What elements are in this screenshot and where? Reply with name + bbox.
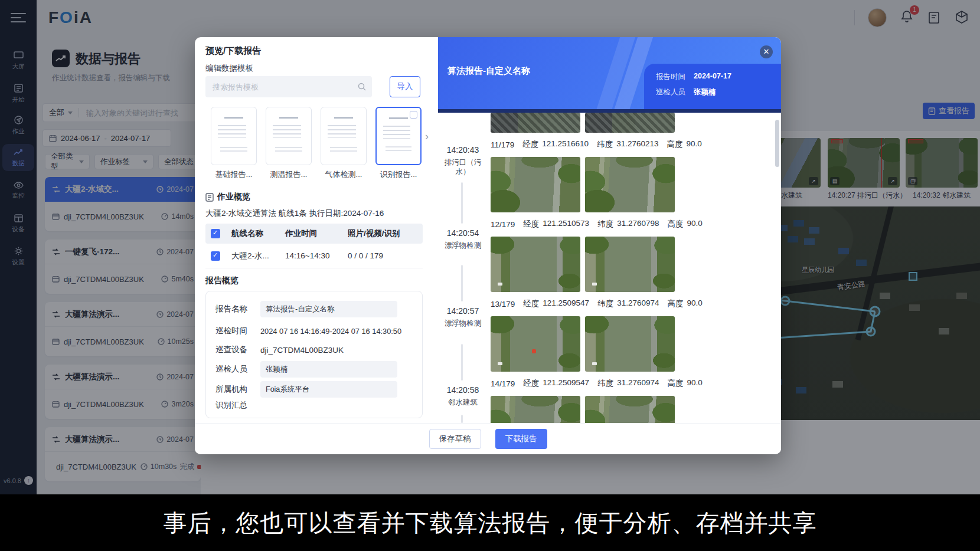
field-recognition-summary: 识别汇总 bbox=[215, 400, 260, 411]
route-table-row[interactable]: 大疆2-水... 14:16~14:30 0 / 0 / 179 bbox=[205, 244, 423, 268]
timeline-entry: 14:20:54 漂浮物检测 bbox=[438, 228, 488, 250]
inspect-time-value: 2024 07 16 14:16:49-2024 07 16 14:30:50 bbox=[260, 327, 401, 336]
timeline-entry: 14:20:58 邻水建筑 bbox=[438, 385, 488, 407]
field-label: 巡检时间 bbox=[215, 326, 260, 336]
report-time-value: 2024-07-17 bbox=[694, 72, 731, 82]
app-root: 大屏 开始 作业 数据 监控 设备 设置 v6.0.8 ↑ bbox=[0, 0, 980, 551]
route-table: 航线名称 作业时间 照片/视频/识别 大疆2-水... 14:16~14:30 … bbox=[205, 224, 423, 268]
job-overview-summary: 大疆2-水域交通算法 航线1条 执行日期:2024-07-16 bbox=[205, 208, 384, 219]
aerial-photo[interactable] bbox=[585, 237, 675, 292]
template-search-bar bbox=[205, 76, 372, 97]
inspector-input[interactable] bbox=[260, 361, 397, 378]
report-time-label: 报告时间 bbox=[656, 72, 685, 82]
col-route-name: 航线名称 bbox=[220, 228, 285, 239]
aerial-photo[interactable] bbox=[585, 396, 675, 423]
field-inspector: 巡检人员 bbox=[215, 361, 397, 378]
photo-row bbox=[491, 157, 681, 212]
media-counts: 0 / 0 / 179 bbox=[348, 251, 423, 260]
photo-row bbox=[491, 237, 681, 292]
field-label: 巡查设备 bbox=[215, 345, 260, 355]
field-label: 所属机构 bbox=[215, 384, 260, 395]
download-report-button[interactable]: 下载报告 bbox=[495, 429, 547, 449]
timeline-entry: 14:20:57 漂浮物检测 bbox=[438, 306, 488, 328]
modal-footer: 保存草稿 下载报告 bbox=[195, 423, 781, 454]
report-person-value: 张颖楠 bbox=[694, 87, 716, 97]
field-label: 报告名称 bbox=[215, 304, 260, 314]
col-work-time: 作业时间 bbox=[285, 228, 348, 239]
photo-index: 12/179 bbox=[491, 220, 515, 229]
template-label: 识别报告... bbox=[375, 169, 422, 180]
report-header-info: 报告时间2024-07-17 巡检人员张颖楠 bbox=[644, 64, 781, 109]
photo-caption: 12/179 经度121.2510573 纬度31.2760798 高度90.0 bbox=[491, 219, 681, 229]
field-label: 识别汇总 bbox=[215, 400, 260, 411]
close-icon[interactable]: ✕ bbox=[760, 45, 773, 58]
timeline-rail bbox=[461, 415, 463, 423]
timeline-rail bbox=[461, 344, 463, 381]
photo-index: 11/179 bbox=[491, 140, 514, 149]
photo-index: 14/179 bbox=[491, 379, 515, 388]
save-draft-button[interactable]: 保存草稿 bbox=[429, 429, 481, 449]
photo-row bbox=[491, 113, 681, 133]
doc-preview bbox=[326, 112, 361, 160]
report-preview-modal: 预览/下载报告 编辑数据模板 导入 基础报告... 测温报告... 气体检测..… bbox=[195, 37, 781, 454]
video-subtitle-bar: 事后，您也可以查看并下载算法报告，便于分析、存档并共享 bbox=[0, 494, 980, 551]
template-card-basic[interactable] bbox=[211, 107, 257, 165]
timeline-rail bbox=[461, 182, 463, 224]
photo-row bbox=[491, 396, 681, 423]
photo-grid: 11/179 经度121.2516610 纬度31.2760213 高度90.0… bbox=[491, 113, 681, 423]
timeline-entry: 14:20:43 排污口（污水） bbox=[438, 145, 488, 177]
report-title: 算法报告-自定义名称 bbox=[447, 65, 530, 77]
report-preview-scroll[interactable]: 14:20:43 排污口（污水） 14:20:54 漂浮物检测 14:20:57… bbox=[438, 113, 781, 423]
photo-caption: 13/179 经度121.2509547 纬度31.2760974 高度90.0 bbox=[491, 299, 681, 309]
templates-scroll-right[interactable]: › bbox=[425, 130, 429, 143]
row-checkbox[interactable] bbox=[211, 251, 220, 261]
doc-preview bbox=[272, 112, 306, 160]
aerial-photo[interactable] bbox=[585, 157, 675, 212]
organization-input[interactable] bbox=[260, 381, 397, 398]
select-all-checkbox[interactable] bbox=[211, 229, 220, 238]
search-icon bbox=[358, 83, 366, 91]
overview-doc-icon bbox=[205, 193, 214, 202]
photo-row bbox=[491, 316, 681, 372]
aerial-photo[interactable] bbox=[491, 157, 580, 212]
report-person-label: 巡检人员 bbox=[656, 87, 685, 97]
field-organization: 所属机构 bbox=[215, 381, 397, 398]
route-name: 大疆2-水... bbox=[220, 251, 285, 261]
template-card-gas[interactable] bbox=[321, 107, 367, 165]
work-time: 14:16~14:30 bbox=[285, 251, 348, 260]
aerial-photo[interactable] bbox=[491, 316, 580, 372]
template-card-recognition[interactable] bbox=[375, 107, 422, 165]
modal-title: 预览/下载报告 bbox=[205, 45, 261, 57]
report-name-input[interactable] bbox=[260, 301, 397, 317]
doc-preview bbox=[382, 113, 415, 159]
template-label: 基础报告... bbox=[211, 169, 257, 180]
field-report-name: 报告名称 bbox=[215, 301, 397, 317]
timeline-rail bbox=[461, 265, 463, 301]
aerial-photo[interactable] bbox=[491, 113, 580, 133]
template-label: 测温报告... bbox=[266, 169, 312, 180]
photo-caption: 14/179 经度121.2509547 纬度31.2760974 高度90.0 bbox=[491, 378, 681, 389]
route-table-header: 航线名称 作业时间 照片/视频/识别 bbox=[205, 224, 423, 244]
scrollbar[interactable] bbox=[775, 120, 779, 167]
modal-subtitle: 编辑数据模板 bbox=[205, 63, 253, 74]
template-card-thermal[interactable] bbox=[266, 107, 312, 165]
doc-preview bbox=[217, 112, 251, 160]
job-overview-heading: 作业概览 bbox=[205, 192, 250, 202]
report-overview-heading: 报告概览 bbox=[205, 276, 239, 286]
template-label: 气体检测... bbox=[321, 169, 367, 180]
subtitle-text: 事后，您也可以查看并下载算法报告，便于分析、存档并共享 bbox=[164, 507, 817, 539]
aerial-photo[interactable] bbox=[491, 237, 580, 292]
template-search-input[interactable] bbox=[211, 82, 358, 92]
field-label: 巡检人员 bbox=[215, 364, 260, 375]
report-form: 报告名称 巡检时间 2024 07 16 14:16:49-2024 07 16… bbox=[205, 291, 423, 418]
aerial-photo[interactable] bbox=[491, 396, 580, 423]
inspect-device-value: dji_7CTDM4L00BZ3UK bbox=[260, 346, 344, 355]
import-button[interactable]: 导入 bbox=[390, 76, 420, 97]
aerial-photo[interactable] bbox=[585, 316, 675, 372]
field-inspect-time: 巡检时间 2024 07 16 14:16:49-2024 07 16 14:3… bbox=[215, 326, 401, 336]
aerial-photo[interactable] bbox=[585, 113, 675, 133]
col-media-counts: 照片/视频/识别 bbox=[348, 228, 423, 239]
photo-index: 13/179 bbox=[491, 300, 515, 309]
field-inspect-device: 巡查设备 dji_7CTDM4L00BZ3UK bbox=[215, 345, 344, 355]
photo-caption: 11/179 经度121.2516610 纬度31.2760213 高度90.0 bbox=[491, 139, 681, 150]
